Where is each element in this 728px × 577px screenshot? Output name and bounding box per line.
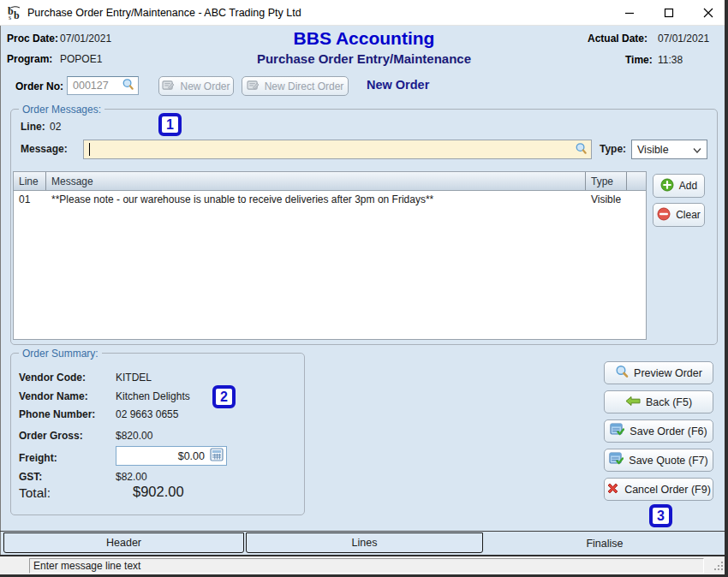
tab-lines[interactable]: Lines — [246, 532, 483, 553]
save-order-label: Save Order (F6) — [630, 425, 707, 437]
phone-number-label: Phone Number: — [19, 408, 95, 420]
new-order-icon — [162, 80, 175, 93]
order-status-text: New Order — [367, 78, 429, 92]
cancel-x-icon — [606, 482, 619, 497]
minimize-button[interactable] — [611, 0, 648, 25]
actual-date-label: Actual Date: — [588, 33, 647, 45]
gst-label: GST: — [19, 471, 42, 483]
add-label: Add — [679, 180, 697, 192]
tab-lines-label: Lines — [352, 537, 378, 549]
preview-icon — [615, 365, 629, 381]
maximize-icon — [664, 8, 674, 18]
time-value: 11:38 — [658, 54, 683, 66]
chevron-down-icon — [693, 144, 701, 156]
title-bar: b b s Purchase Order Entry/Maintenance -… — [0, 0, 728, 26]
back-button[interactable]: Back (F5) — [604, 390, 713, 413]
add-button[interactable]: Add — [653, 174, 705, 198]
new-order-label: New Order — [180, 80, 230, 92]
order-messages-group-title: Order Messages: — [19, 104, 104, 116]
annotation-marker-2: 2 — [212, 385, 236, 408]
save-quote-button[interactable]: Save Quote (F7) — [604, 449, 713, 472]
resize-grip[interactable] — [713, 560, 725, 574]
save-icon — [610, 423, 624, 439]
tab-header[interactable]: Header — [3, 532, 244, 553]
phone-number-value: 02 9663 0655 — [116, 408, 178, 420]
new-direct-order-icon — [247, 80, 260, 93]
new-direct-order-button[interactable]: New Direct Order — [242, 76, 349, 96]
preview-order-button[interactable]: Preview Order — [604, 361, 713, 384]
new-order-button[interactable]: New Order — [158, 76, 234, 96]
clear-button[interactable]: Clear — [653, 203, 705, 227]
search-icon[interactable] — [122, 78, 134, 93]
freight-label: Freight: — [19, 452, 57, 464]
column-header-type[interactable]: Type — [586, 172, 627, 190]
new-direct-order-label: New Direct Order — [265, 80, 344, 92]
calculator-icon[interactable] — [210, 448, 224, 464]
app-window: b b s Purchase Order Entry/Maintenance -… — [0, 0, 728, 577]
gst-value: $82.00 — [116, 471, 147, 483]
time-label: Time: — [625, 54, 653, 66]
freight-input[interactable]: $0.00 — [116, 446, 227, 466]
tab-header-label: Header — [106, 537, 141, 549]
save-quote-label: Save Quote (F7) — [629, 455, 707, 467]
line-label: Line: — [21, 121, 45, 133]
vendor-code-value: KITDEL — [116, 372, 152, 384]
maximize-button[interactable] — [650, 0, 688, 25]
back-label: Back (F5) — [646, 396, 692, 408]
app-subtitle: Purchase Order Entry/Maintenance — [0, 51, 728, 66]
vendor-code-label: Vendor Code: — [19, 372, 86, 384]
order-summary-group-title: Order Summary: — [19, 348, 102, 360]
vendor-name-label: Vendor Name: — [19, 390, 88, 402]
window-right-edge — [725, 0, 728, 577]
tab-finalise-label: Finalise — [586, 538, 623, 550]
add-icon — [660, 178, 674, 194]
order-gross-value: $820.00 — [116, 430, 152, 442]
row-message-value: **Please note - our warehouse is unable … — [46, 193, 586, 209]
line-value: 02 — [50, 121, 61, 133]
save-order-button[interactable]: Save Order (F6) — [604, 419, 713, 443]
freight-value: $0.00 — [122, 450, 210, 462]
minimize-icon — [624, 8, 635, 18]
svg-text:b: b — [14, 9, 20, 21]
svg-text:s: s — [9, 14, 11, 21]
order-no-value: 000127 — [73, 80, 122, 92]
text-cursor — [89, 143, 90, 156]
order-no-label: Order No: — [15, 80, 63, 92]
status-text: Enter message line text — [33, 560, 140, 572]
vendor-name-value: Kitchen Delights — [116, 390, 190, 402]
back-arrow-icon — [625, 396, 641, 409]
actual-date-value: 07/01/2021 — [658, 33, 709, 45]
type-select[interactable]: Visible — [631, 140, 707, 159]
messages-table-header: Line Message Type — [14, 172, 646, 191]
table-row[interactable]: 01 **Please note - our warehouse is unab… — [14, 193, 646, 209]
status-message-panel: Enter message line text — [29, 558, 704, 574]
app-logo-icon: b b s — [7, 5, 22, 21]
preview-order-label: Preview Order — [634, 367, 702, 379]
row-line-value: 01 — [14, 193, 46, 209]
tab-finalise[interactable]: Finalise — [485, 532, 725, 555]
annotation-marker-3: 3 — [649, 504, 672, 527]
total-label: Total: — [19, 485, 51, 501]
close-button[interactable] — [689, 0, 727, 25]
order-gross-label: Order Gross: — [19, 430, 83, 442]
order-no-input[interactable]: 000127 — [67, 76, 139, 95]
annotation-marker-1: 1 — [158, 113, 182, 136]
column-header-line[interactable]: Line — [14, 172, 46, 190]
column-header-message[interactable]: Message — [46, 172, 586, 190]
total-value: $902.00 — [133, 484, 184, 500]
close-icon — [703, 8, 713, 18]
save-quote-icon — [609, 452, 624, 468]
messages-table: Line Message Type 01 **Please note - our… — [13, 171, 647, 340]
column-header-spacer — [627, 172, 644, 190]
message-label: Message: — [21, 143, 68, 155]
cancel-order-button[interactable]: Cancel Order (F9) — [604, 478, 713, 501]
message-input[interactable] — [83, 140, 592, 159]
cancel-order-label: Cancel Order (F9) — [624, 484, 711, 496]
type-label: Type: — [600, 143, 626, 155]
clear-icon — [657, 207, 671, 223]
type-value: Visible — [637, 144, 693, 156]
clear-label: Clear — [676, 209, 701, 221]
row-type-value: Visible — [586, 193, 627, 209]
window-title: Purchase Order Entry/Maintenance - ABC T… — [27, 7, 301, 19]
message-search-icon[interactable] — [575, 142, 588, 158]
